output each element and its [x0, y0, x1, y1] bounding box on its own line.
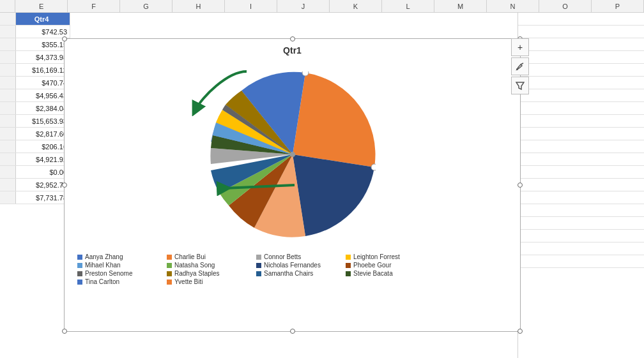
legend-item: Radhya Staples [167, 270, 250, 277]
legend-item: Connor Betts [256, 253, 339, 260]
cell-value: $2,384.04 [16, 102, 70, 114]
cell-value: $7,731.78 [16, 191, 70, 204]
cell-value: $0.00 [16, 166, 70, 178]
legend-item: Natasha Song [167, 262, 250, 269]
pie-point-top [302, 71, 309, 76]
brush-icon [516, 62, 525, 71]
col-headers: E F G H I J K L M N O P [0, 0, 644, 13]
col-K: K [330, 0, 382, 12]
col-N: N [487, 0, 539, 12]
legend-item: Phoebe Gour [346, 262, 429, 269]
pie-chart-area [65, 59, 520, 250]
handle-tc [290, 36, 295, 41]
table-row: $7,731.78 [0, 191, 70, 204]
legend-color-swatch [77, 280, 82, 285]
legend-color-swatch [167, 255, 172, 260]
legend-color-swatch [346, 271, 351, 276]
legend-color-swatch [167, 280, 172, 285]
col-G: G [120, 0, 172, 12]
col-L: L [382, 0, 434, 12]
cell-value: $470.74 [16, 77, 70, 89]
data-column: Qtr4 $742.53 $355.15 $4,373.98 $16,169.1… [0, 13, 70, 358]
col-J: J [277, 0, 330, 12]
legend-label: Stevie Bacata [353, 270, 393, 277]
table-row: $16,169.12 [0, 64, 70, 77]
legend-label: Yvette Biti [174, 278, 203, 285]
table-row: $15,653.93 [0, 115, 70, 128]
col-M: M [434, 0, 487, 12]
legend-color-swatch [77, 271, 82, 276]
chart-container[interactable]: Qtr1 [64, 38, 521, 332]
col-H: H [172, 0, 225, 12]
col-P: P [592, 0, 644, 12]
svg-line-2 [521, 63, 523, 64]
legend-item: Nicholas Fernandes [256, 262, 339, 269]
legend-color-swatch [256, 263, 261, 268]
pie-point-right [371, 164, 376, 170]
cell-value: $4,956.43 [16, 89, 70, 101]
legend-color-swatch [346, 263, 351, 268]
chart-title: Qtr1 [65, 39, 520, 59]
cell-value: $4,373.98 [16, 51, 70, 63]
table-row: $206.16 [0, 140, 70, 153]
filter-icon [516, 81, 525, 90]
table-row: $355.15 [0, 38, 70, 51]
col-O: O [539, 0, 592, 12]
handle-bc [290, 329, 295, 334]
legend-item: Charlie Bui [167, 253, 250, 260]
table-row: $2,952.73 [0, 179, 70, 191]
legend-label: Preston Senome [85, 270, 133, 277]
col-F: F [68, 0, 120, 12]
row-num-header [0, 0, 15, 12]
legend-item: Leighton Forrest [346, 253, 429, 260]
cell-value: $206.16 [16, 140, 70, 153]
svg-point-3 [516, 68, 518, 70]
legend-item: Mihael Khan [77, 262, 160, 269]
legend-color-swatch [167, 271, 172, 276]
handle-tl [62, 36, 67, 41]
legend-item: Aanya Zhang [77, 253, 160, 260]
legend-label: Charlie Bui [174, 253, 206, 260]
cell-value: $4,921.92 [16, 153, 70, 165]
legend-label: Natasha Song [174, 262, 215, 269]
table-row: $2,384.04 [0, 102, 70, 115]
chart-styles-button[interactable] [511, 57, 529, 75]
slice-charlie-bui [293, 73, 375, 167]
legend-item: Samantha Chairs [256, 270, 339, 277]
add-chart-element-button[interactable]: + [511, 38, 529, 56]
legend-label: Mihael Khan [85, 262, 121, 269]
handle-bl [62, 329, 67, 334]
pie-center [290, 152, 295, 157]
table-row: Qtr4 [0, 13, 70, 26]
legend-label: Radhya Staples [174, 270, 220, 277]
legend-color-swatch [346, 255, 351, 260]
legend-label: Tina Carlton [85, 278, 119, 285]
legend-item: Tina Carlton [77, 278, 160, 285]
legend-label: Nicholas Fernandes [264, 262, 321, 269]
right-grid [518, 13, 644, 358]
legend-item: Yvette Biti [167, 278, 250, 285]
table-row: $470.74 [0, 77, 70, 89]
table-row: $4,956.43 [0, 89, 70, 102]
legend-item: Preston Senome [77, 270, 160, 277]
slice-nicholas-fernandes [293, 154, 374, 236]
legend-color-swatch [256, 271, 261, 276]
chart-legend: Aanya ZhangCharlie BuiConnor BettsLeight… [65, 250, 520, 288]
arrow-right-svg [211, 172, 301, 204]
table-row: $0.00 [0, 166, 70, 179]
legend-item: Stevie Bacata [346, 270, 429, 277]
legend-color-swatch [77, 263, 82, 268]
chart-filters-button[interactable] [511, 77, 529, 94]
cell-value: $15,653.93 [16, 115, 70, 127]
legend-color-swatch [77, 255, 82, 260]
legend-label: Aanya Zhang [85, 253, 123, 260]
arrow-top-svg [189, 65, 253, 116]
cell-value: $2,817.60 [16, 128, 70, 140]
legend-label: Samantha Chairs [264, 270, 313, 277]
legend-color-swatch [167, 263, 172, 268]
table-row: $2,817.60 [0, 128, 70, 140]
legend-label: Phoebe Gour [353, 262, 392, 269]
header-cell: Qtr4 [16, 13, 70, 25]
table-row: $742.53 [0, 26, 70, 38]
col-E: E [15, 0, 68, 12]
